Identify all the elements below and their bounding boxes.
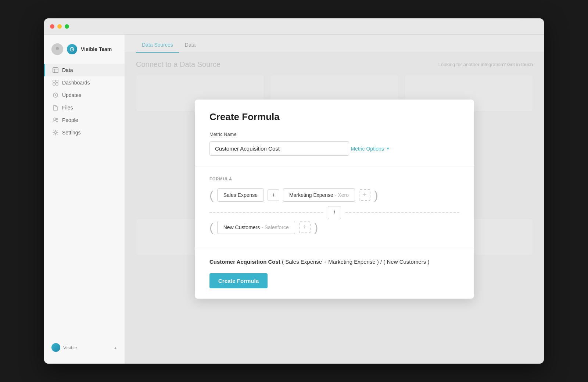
sidebar-item-dashboards-label: Dashboards xyxy=(62,80,90,86)
metric-options-chevron-icon: ▼ xyxy=(386,147,390,151)
sidebar-footer-chevron-icon: ▲ xyxy=(114,346,117,350)
sidebar-footer-label: Visible xyxy=(63,345,77,350)
svg-rect-8 xyxy=(56,83,58,85)
main-content: Data Sources Data Connect to a Data Sour… xyxy=(125,35,544,364)
modal-bottom-section: Customer Acquisition Cost ( Sales Expens… xyxy=(195,249,474,299)
metric-options-label: Metric Options xyxy=(351,146,384,152)
add-denominator-btn[interactable]: + xyxy=(299,221,311,233)
formula-section: FORMULA ( Sales Expense + Marketing xyxy=(195,166,474,249)
sidebar-item-updates-label: Updates xyxy=(62,92,81,98)
metric-name-label: Metric Name xyxy=(209,131,459,137)
data-icon xyxy=(53,67,58,73)
svg-rect-5 xyxy=(53,80,55,82)
add-numerator-btn[interactable]: + xyxy=(359,189,370,201)
sidebar-footer[interactable]: Visible ▲ xyxy=(44,337,125,358)
svg-rect-6 xyxy=(56,80,58,82)
close-paren-denominator: ) xyxy=(314,221,318,233)
close-button[interactable] xyxy=(50,24,54,29)
sidebar-item-files[interactable]: Files xyxy=(44,101,125,114)
svg-point-12 xyxy=(55,132,57,134)
svg-point-11 xyxy=(56,118,58,120)
titlebar xyxy=(44,18,544,35)
modal-overlay: Create Formula Metric Name Metric Option… xyxy=(125,35,544,364)
sidebar-item-people[interactable]: People xyxy=(44,114,125,126)
svg-point-0 xyxy=(56,47,59,50)
sidebar-item-settings-label: Settings xyxy=(62,130,81,136)
divider-line-right xyxy=(345,212,459,213)
sidebar-item-data[interactable]: Data xyxy=(44,64,125,76)
divider-line-left xyxy=(209,212,323,213)
app-window: Visible Team Data xyxy=(44,18,544,364)
new-customers-source: - Salesforce xyxy=(260,224,289,230)
divide-row: / xyxy=(209,206,459,219)
marketing-expense-source: - Xero xyxy=(333,192,349,198)
formula-section-label: FORMULA xyxy=(209,177,459,181)
marketing-expense-metric[interactable]: Marketing Expense - Xero xyxy=(283,188,355,202)
svg-point-10 xyxy=(54,118,56,120)
metric-name-input[interactable] xyxy=(209,141,349,156)
avatar xyxy=(51,43,63,55)
new-customers-metric[interactable]: New Customers - Salesforce xyxy=(217,221,295,234)
sidebar-item-settings[interactable]: Settings xyxy=(44,126,125,139)
sidebar-nav: Data Dashboards Update xyxy=(44,62,125,140)
numerator-row: ( Sales Expense + Marketing Expense - Xe… xyxy=(209,188,459,202)
plus-operator[interactable]: + xyxy=(268,189,279,201)
settings-icon xyxy=(53,130,58,136)
sidebar-item-files-label: Files xyxy=(62,105,73,111)
marketing-expense-label: Marketing Expense xyxy=(289,192,333,198)
sidebar-item-people-label: People xyxy=(62,117,78,123)
formula-preview: Customer Acquisition Cost ( Sales Expens… xyxy=(209,258,459,266)
people-icon xyxy=(53,117,58,123)
denominator-row: ( New Customers - Salesforce + ) xyxy=(209,221,459,234)
traffic-lights xyxy=(50,24,69,29)
sidebar-item-updates[interactable]: Updates xyxy=(44,89,125,101)
formula-preview-name: Customer Acquisition Cost xyxy=(209,259,280,265)
svg-rect-7 xyxy=(53,83,55,85)
sales-expense-label: Sales Expense xyxy=(223,192,258,198)
app-body: Visible Team Data xyxy=(44,35,544,364)
open-paren-denominator: ( xyxy=(209,221,214,233)
new-customers-label: New Customers xyxy=(223,224,260,230)
metric-options-toggle[interactable]: Metric Options ▼ xyxy=(351,146,390,152)
create-formula-button[interactable]: Create Formula xyxy=(209,273,268,288)
team-name: Visible Team xyxy=(81,46,112,52)
create-formula-modal: Create Formula Metric Name Metric Option… xyxy=(195,100,474,299)
open-paren-numerator: ( xyxy=(209,189,214,201)
sidebar-logo-icon xyxy=(67,44,77,54)
modal-title: Create Formula xyxy=(209,111,459,123)
modal-top-section: Create Formula Metric Name Metric Option… xyxy=(195,100,474,166)
divide-operator[interactable]: / xyxy=(328,206,341,219)
svg-rect-2 xyxy=(53,68,58,73)
sidebar-item-data-label: Data xyxy=(62,67,73,73)
visible-logo-icon xyxy=(51,343,60,352)
dashboards-icon xyxy=(53,80,58,86)
sidebar-header: Visible Team xyxy=(44,40,125,62)
sidebar: Visible Team Data xyxy=(44,35,125,364)
updates-icon xyxy=(53,92,58,98)
maximize-button[interactable] xyxy=(65,24,69,29)
sidebar-item-dashboards[interactable]: Dashboards xyxy=(44,76,125,89)
files-icon xyxy=(53,105,58,111)
sales-expense-metric[interactable]: Sales Expense xyxy=(217,188,264,202)
close-paren-numerator: ) xyxy=(374,189,378,201)
minimize-button[interactable] xyxy=(57,24,62,29)
